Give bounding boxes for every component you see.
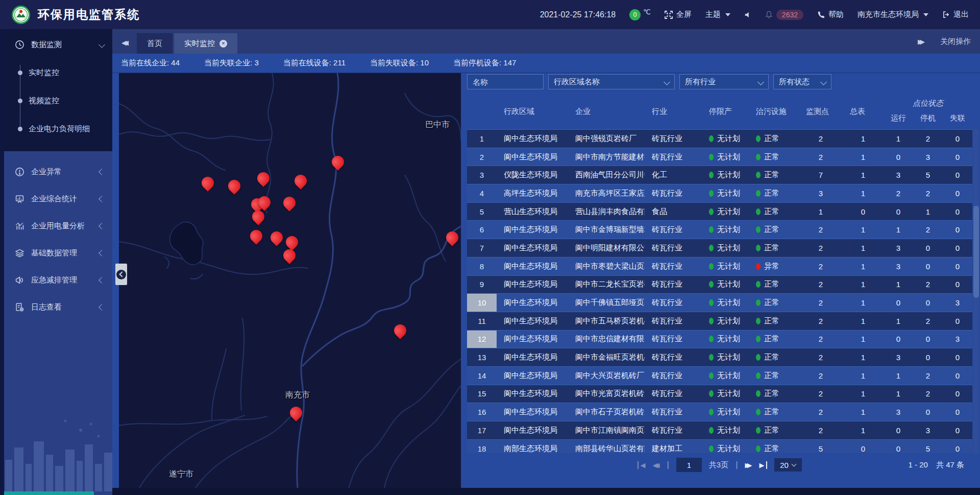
cell-run-count: 0 [884,148,913,166]
sound-mute-button[interactable] [744,11,751,18]
status-filter-select[interactable]: 所有状态 [773,74,831,89]
notification-badge: 2632 [776,10,803,20]
next-page-button[interactable]: ▶▶ [745,461,752,469]
cell-industry: 砖瓦行业 [645,221,702,239]
phone-icon [817,11,825,18]
sidebar-item-base-data[interactable]: 基础数据管理 [4,240,112,267]
cell-limit-status: 无计划 [702,148,749,166]
table-row[interactable]: 14阆中生态环境局阆中大兴页岩机砖厂砖瓦行业无计划正常21120 [467,367,972,385]
sidebar-item-log-view[interactable]: 日志查看 [4,294,112,321]
industry-filter-value: 所有行业 [685,77,716,87]
cell-industry: 建材加工 [645,440,702,453]
cell-lost-count: 0 [943,148,972,166]
industry-filter-select[interactable]: 所有行业 [679,74,769,89]
sidebar-item-data-monitoring[interactable]: 数据监测 [4,32,112,57]
tab-realtime-monitoring[interactable]: 实时监控 ✕ [174,33,237,54]
status-dot [756,190,761,197]
chevron-left-icon [99,250,105,256]
table-row[interactable]: 2阆中生态环境局阆中市南方节能建材有砖瓦行业无计划正常21030 [467,148,972,167]
collapse-circle [116,270,126,279]
prev-page-button[interactable]: ◀◀ [652,461,659,469]
table-row[interactable]: 3仪陇生态环境局西南油气田分公司川中化工无计划正常71350 [467,166,972,184]
table-row[interactable]: 5营山生态环境局营山县润丰肉食品有限食品无计划正常10010 [467,203,972,221]
table-row[interactable]: 16阆中生态环境局阆中市石子页岩机砖厂砖瓦行业无计划正常21300 [467,403,972,421]
table-row[interactable]: 12阆中生态环境局阆中市忠信建材有限公砖瓦行业无计划正常21003 [467,331,972,349]
chevron-down-icon [791,462,796,467]
pagination-divider: | [667,460,669,470]
status-dot [756,245,761,251]
table-row[interactable]: 10阆中生态环境局阆中千佛镇五郎垭页岩砖瓦行业无计划正常21003 [467,294,972,312]
cell-lost-count: 0 [943,257,972,275]
status-dot [709,135,714,142]
last-page-button[interactable]: ▶ [760,461,767,469]
theme-label: 主题 [705,10,721,19]
sidebar-subitem-power-load-detail[interactable]: 企业电力负荷明细 [4,115,112,143]
table-row[interactable]: 11阆中生态环境局阆中市五马桥页岩机砖砖瓦行业无计划正常21120 [467,312,972,331]
table-row[interactable]: 15阆中生态环境局阆中市光富页岩机砖厂砖瓦行业无计划正常21120 [467,385,972,404]
logout-button[interactable]: 退出 [942,10,969,19]
cell-meter-count: 1 [843,239,884,257]
notifications-button[interactable]: 2632 [765,10,803,20]
scrollbar-thumb[interactable] [973,206,979,298]
close-operations-button[interactable]: 关闭操作 [940,37,971,46]
total-pages-label: 共3页 [709,460,728,470]
table-row[interactable]: 6阆中生态环境局阆中市金博瑞新型墙材砖瓦行业无计划正常21120 [467,221,972,239]
sidebar-item-emergency-reduction[interactable]: 应急减排管理 [4,267,112,294]
cell-region: 阆中生态环境局 [497,348,568,366]
cell-meter-count: 1 [843,130,884,148]
cell-monitor-count: 2 [799,239,843,257]
map-collapse-button[interactable] [115,264,127,285]
table-row[interactable]: 7阆中生态环境局阆中明阳建材有限公司砖瓦行业无计划正常21300 [467,239,972,257]
sidebar-item-enterprise-abnormal[interactable]: 企业异常 [4,158,112,185]
tab-bar: ◀◀ 首页 实时监控 ✕ ▶▶ 关闭操作 [112,29,980,54]
page-size-select[interactable]: 20 [774,458,802,472]
user-org-menu[interactable]: 南充市生态环境局 [857,10,928,19]
cell-facility-status: 正常 [749,203,799,221]
table-row[interactable]: 13阆中生态环境局阆中市金福旺页岩机砖砖瓦行业无计划正常21300 [467,348,972,367]
cell-limit-status: 无计划 [702,239,749,257]
sidebar-item-power-analysis[interactable]: 企业用电量分析 [4,213,112,240]
table-row[interactable]: 17阆中生态环境局阆中市江南镇阆南页岩砖瓦行业无计划正常21030 [467,421,972,440]
tab-home[interactable]: 首页 [137,33,173,54]
cell-meter-count: 1 [843,294,884,312]
cell-lost-count: 0 [943,276,972,294]
layers-icon [14,248,24,258]
table-row[interactable]: 8阆中生态环境局阆中市枣碧大梁山页岩砖瓦行业无计划异常21300 [467,257,972,276]
status-dot [709,390,714,397]
cell-company: 阆中强锐页岩砖厂 [568,130,645,148]
table-row[interactable]: 9阆中生态环境局阆中市二龙长宝页岩砖砖瓦行业无计划正常21120 [467,276,972,294]
cell-facility-status: 正常 [749,166,799,184]
table-row[interactable]: 18南部生态环境局南部县砖华山页岩有限公建材加工无计划正常50050 [467,440,972,453]
cell-lost-count: 0 [943,221,972,239]
tab-close-icon[interactable]: ✕ [219,40,227,48]
name-filter-input[interactable] [467,74,544,89]
cell-company: 阆中市光富页岩机砖厂 [568,385,645,403]
help-button[interactable]: 帮助 [817,10,844,19]
cell-industry: 砖瓦行业 [645,331,702,348]
cell-lost-count: 0 [943,367,972,385]
page-size-value: 20 [780,461,789,469]
table-row[interactable]: 4高坪生态环境局南充市高坪区王家店建砖瓦行业无计划正常31220 [467,184,972,203]
theme-menu[interactable]: 主题 [705,10,730,19]
map-panel[interactable]: 巴中市南充市遂宁市 [119,73,461,488]
cell-stop-count: 2 [913,130,943,148]
first-page-button[interactable]: ◀ [638,461,645,469]
sidebar-subitem-video-monitoring[interactable]: 视频监控 [4,87,112,115]
sidebar-item-enterprise-statistics[interactable]: 企业综合统计 [4,185,112,213]
region-filter-select[interactable]: 行政区域名称 [548,74,675,89]
tabs-scroll-right-button[interactable]: ▶▶ [918,38,925,45]
tabs-scroll-left-button[interactable]: ◀◀ [121,39,129,46]
cell-region: 阆中生态环境局 [497,403,568,421]
cell-limit-status: 无计划 [702,421,749,439]
col-limit: 停限产 [702,107,749,116]
cell-monitor-count: 2 [799,403,843,421]
table-row[interactable]: 1阆中生态环境局阆中强锐页岩砖厂砖瓦行业无计划正常21120 [467,130,972,148]
table-scrollbar[interactable] [973,129,979,454]
sidebar-subitem-realtime-monitoring[interactable]: 实时监控 [4,59,112,87]
row-number: 9 [467,276,497,294]
fullscreen-button[interactable]: 全屏 [665,10,692,19]
cell-region: 阆中生态环境局 [497,367,568,385]
sidebar-submenu: 实时监控 视频监控 企业电力负荷明细 [4,57,112,144]
logout-label: 退出 [953,10,969,19]
page-input[interactable] [676,458,702,472]
